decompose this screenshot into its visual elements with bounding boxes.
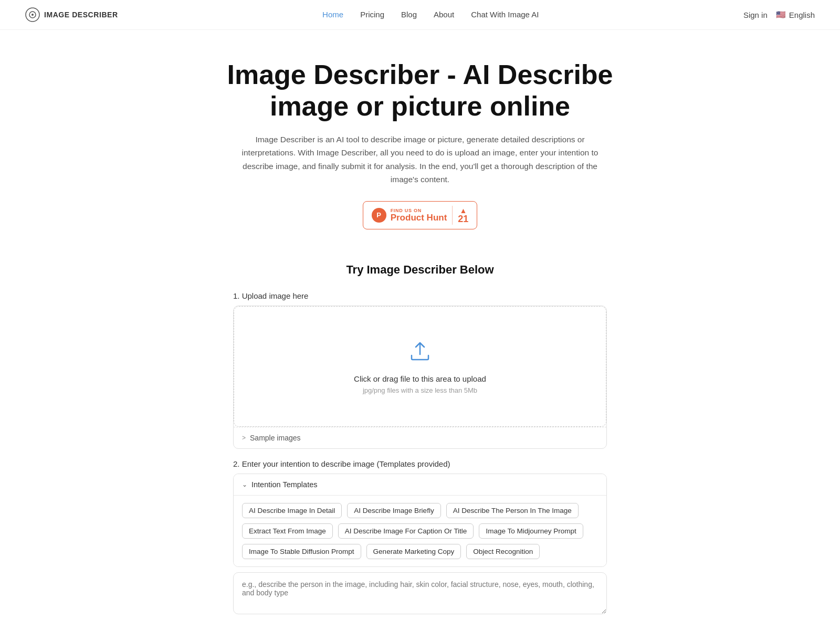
flag-icon: 🇺🇸 (776, 10, 786, 19)
main-nav: Home Pricing Blog About Chat With Image … (322, 10, 539, 19)
intention-header[interactable]: ⌄ Intention Templates (234, 474, 606, 496)
hero-title: Image Describer - AI Describe image or p… (209, 59, 631, 122)
upload-main-text: Click or drag file to this area to uploa… (354, 374, 486, 383)
try-title: Try Image Describer Below (233, 263, 607, 277)
tag-4[interactable]: AI Describe Image For Caption Or Title (338, 523, 474, 539)
chevron-right-icon: > (242, 434, 246, 442)
sample-images-row[interactable]: > Sample images (234, 427, 606, 448)
nav-about[interactable]: About (434, 10, 454, 19)
sample-images-label: Sample images (250, 434, 301, 442)
ph-product-hunt-name: Product Hunt (391, 213, 447, 223)
main-content: Try Image Describer Below 1. Upload imag… (220, 263, 620, 630)
logo[interactable]: IMAGE DESCRIBER (25, 7, 118, 22)
tag-0[interactable]: AI Describe Image In Detail (242, 503, 342, 518)
nav-chat[interactable]: Chat With Image AI (471, 10, 539, 19)
ph-left: P FIND US ON Product Hunt (372, 208, 447, 223)
tag-2[interactable]: AI Describe The Person In The Image (446, 503, 579, 518)
logo-text: IMAGE DESCRIBER (44, 10, 118, 19)
upload-icon (407, 339, 433, 366)
ph-arrow-icon: ▲ (459, 207, 467, 214)
sign-in-link[interactable]: Sign in (743, 10, 768, 19)
tag-5[interactable]: Image To Midjourney Prompt (479, 523, 583, 539)
tag-7[interactable]: Generate Marketing Copy (366, 544, 461, 559)
tag-6[interactable]: Image To Stable Diffusion Prompt (242, 544, 361, 559)
ph-find-us: FIND US ON (391, 208, 422, 213)
intention-box: ⌄ Intention Templates AI Describe Image … (233, 474, 607, 567)
tags-area: AI Describe Image In Detail AI Describe … (234, 496, 606, 566)
nav-pricing[interactable]: Pricing (360, 10, 384, 19)
tag-3[interactable]: Extract Text From Image (242, 523, 333, 539)
hero-subtitle: Image Describer is an AI tool to describ… (236, 133, 604, 186)
logo-icon (25, 7, 40, 22)
language-selector[interactable]: 🇺🇸 English (776, 10, 815, 19)
chevron-down-icon: ⌄ (242, 481, 247, 488)
ph-score-block: ▲ 21 (458, 207, 468, 224)
upload-sub-text: jpg/png files with a size less than 5Mb (363, 386, 477, 394)
ph-score-value: 21 (458, 214, 468, 224)
tag-1[interactable]: AI Describe Image Briefly (347, 503, 440, 518)
header-right: Sign in 🇺🇸 English (743, 10, 815, 19)
step1-label: 1. Upload image here (233, 291, 607, 300)
hero-section: Image Describer - AI Describe image or p… (184, 30, 656, 263)
language-label: English (789, 10, 815, 19)
nav-blog[interactable]: Blog (401, 10, 417, 19)
ph-text-block: FIND US ON Product Hunt (391, 208, 447, 223)
tag-8[interactable]: Object Recognition (466, 544, 540, 559)
ph-circle: P (372, 208, 386, 223)
svg-point-2 (32, 14, 34, 16)
product-hunt-badge[interactable]: P FIND US ON Product Hunt ▲ 21 (363, 201, 478, 229)
ph-divider (452, 206, 453, 225)
step2-label: 2. Enter your intention to describe imag… (233, 459, 607, 468)
ph-p-letter: P (376, 211, 381, 219)
header: IMAGE DESCRIBER Home Pricing Blog About … (0, 0, 840, 30)
intention-templates-label: Intention Templates (251, 480, 317, 489)
upload-area[interactable]: Click or drag file to this area to uploa… (234, 306, 606, 427)
nav-home[interactable]: Home (322, 10, 343, 19)
intention-textarea[interactable] (233, 572, 607, 614)
upload-wrapper: Click or drag file to this area to uploa… (233, 306, 607, 449)
